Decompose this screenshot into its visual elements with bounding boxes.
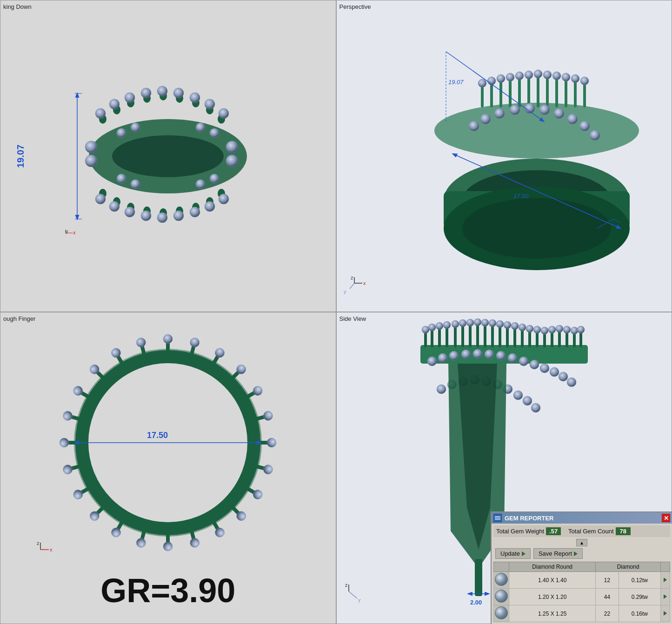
- svg-point-35: [190, 207, 200, 217]
- svg-rect-172: [461, 325, 464, 347]
- svg-text:2.00: 2.00: [470, 599, 482, 606]
- svg-point-37: [219, 194, 229, 204]
- gem-arrow-2[interactable]: [661, 589, 670, 605]
- gem-arrow-1[interactable]: [661, 572, 670, 589]
- svg-point-83: [552, 72, 561, 80]
- svg-point-81: [534, 70, 542, 78]
- viewport-label-top-left: king Down: [3, 3, 32, 10]
- svg-text:x: x: [363, 280, 366, 286]
- gem-reporter-titlebar: GEM REPORTER ✕: [492, 512, 672, 524]
- gem-circle-3: [495, 606, 508, 619]
- svg-point-218: [508, 353, 517, 363]
- save-report-button[interactable]: Save Report: [533, 548, 583, 559]
- svg-point-28: [219, 108, 229, 119]
- viewport-top-right[interactable]: Perspective: [336, 0, 672, 312]
- svg-text:y: y: [344, 289, 346, 294]
- viewport-top-left[interactable]: king Down 19.07: [0, 0, 336, 312]
- gr-label: GR=3.90: [100, 571, 235, 610]
- svg-point-210: [577, 326, 585, 333]
- gem-size-1: 1.40 X 1.40: [509, 572, 596, 589]
- svg-point-209: [571, 327, 578, 334]
- buttons-row: Update Save Report: [493, 548, 670, 559]
- svg-rect-63: [481, 84, 484, 107]
- close-button[interactable]: ✕: [662, 514, 670, 522]
- svg-point-40: [226, 141, 238, 153]
- svg-point-93: [554, 108, 564, 119]
- svg-point-201: [511, 322, 519, 330]
- svg-point-20: [95, 108, 106, 119]
- svg-point-48: [210, 174, 219, 183]
- total-gem-weight-value: .57: [546, 527, 561, 535]
- svg-point-27: [205, 99, 215, 109]
- svg-point-206: [548, 326, 556, 333]
- gem-reporter-body: Total Gem Weight .57 Total Gem Count 78 …: [492, 524, 672, 624]
- svg-rect-185: [558, 330, 561, 347]
- svg-point-85: [571, 74, 579, 83]
- svg-point-84: [562, 73, 570, 81]
- svg-rect-69: [537, 75, 539, 107]
- svg-point-31: [125, 207, 135, 217]
- svg-point-61: [462, 198, 611, 259]
- gem-count-2: 44: [596, 589, 619, 605]
- svg-point-22: [125, 93, 135, 103]
- svg-point-203: [526, 325, 533, 332]
- gem-circle-1: [495, 573, 508, 586]
- svg-point-47: [131, 179, 140, 189]
- save-report-label: Save Report: [539, 550, 572, 557]
- svg-rect-72: [565, 79, 567, 107]
- svg-point-44: [210, 128, 219, 138]
- col-diamond: Diamond: [596, 562, 661, 572]
- svg-point-36: [205, 201, 215, 212]
- svg-rect-68: [527, 76, 530, 107]
- svg-point-125: [267, 438, 276, 447]
- svg-point-204: [533, 326, 541, 333]
- table-row: 1.25 X 1.25 22 0.16tw: [494, 605, 670, 622]
- gem-arrow-3[interactable]: [661, 605, 670, 622]
- svg-point-214: [461, 350, 471, 359]
- gem-size-3: 1.25 X 1.25: [509, 605, 596, 622]
- svg-rect-64: [490, 82, 493, 107]
- svg-point-78: [506, 73, 514, 81]
- svg-rect-237: [475, 559, 482, 596]
- svg-point-92: [539, 105, 550, 115]
- svg-point-195: [466, 319, 474, 326]
- svg-point-123: [262, 410, 273, 421]
- svg-text:x: x: [73, 230, 76, 235]
- svg-point-191: [436, 322, 443, 330]
- update-button[interactable]: Update: [495, 548, 531, 559]
- svg-rect-244: [495, 516, 500, 517]
- svg-rect-175: [484, 324, 486, 347]
- svg-text:z: z: [345, 582, 348, 588]
- update-play-icon: [522, 551, 526, 556]
- col-type: Diamond Round: [509, 562, 596, 572]
- col-arrow: [661, 562, 670, 572]
- save-play-icon: [574, 551, 578, 556]
- svg-rect-177: [499, 325, 501, 347]
- svg-point-34: [173, 211, 184, 221]
- svg-point-197: [481, 319, 489, 326]
- svg-point-211: [427, 357, 437, 366]
- gem-count-3: 22: [596, 605, 619, 622]
- svg-point-49: [196, 179, 205, 189]
- svg-point-190: [428, 324, 436, 331]
- svg-point-82: [543, 71, 552, 79]
- model-top-left: y x: [0, 0, 336, 312]
- svg-point-39: [85, 155, 97, 167]
- gem-reporter-title: GEM REPORTER: [505, 515, 553, 522]
- collapse-button[interactable]: ▲: [576, 539, 587, 546]
- svg-point-42: [117, 128, 126, 138]
- svg-point-199: [496, 320, 504, 328]
- svg-rect-71: [555, 77, 558, 107]
- svg-rect-70: [546, 76, 549, 107]
- total-gem-count-value: 78: [616, 527, 631, 535]
- svg-point-224: [567, 378, 576, 387]
- update-label: Update: [500, 550, 520, 557]
- gem-circle-2: [495, 590, 508, 603]
- svg-point-89: [494, 108, 505, 119]
- svg-point-196: [474, 319, 481, 326]
- svg-point-127: [262, 464, 273, 475]
- svg-point-213: [449, 351, 459, 360]
- viewport-bottom-left[interactable]: ough Finger: [0, 312, 336, 624]
- gem-summary-row: Total Gem Weight .57 Total Gem Count 78: [493, 525, 670, 537]
- viewport-label-bottom-left: ough Finger: [3, 315, 35, 322]
